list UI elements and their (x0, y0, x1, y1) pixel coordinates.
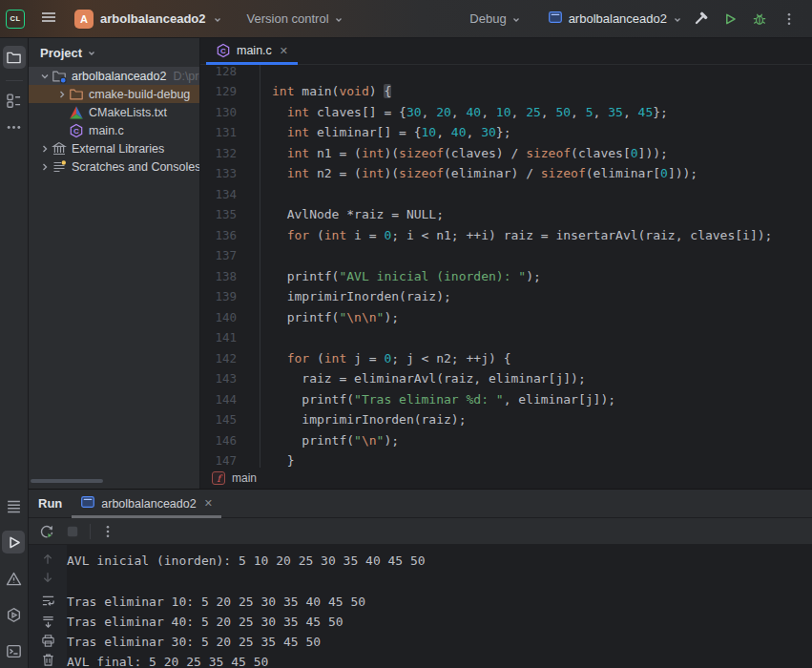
chevron-right-icon[interactable] (55, 89, 69, 100)
console-more-button[interactable] (99, 523, 116, 540)
line-number[interactable]: 143 (200, 368, 260, 389)
code-line-128[interactable]: 128 (200, 65, 812, 81)
code-line-138[interactable]: 138 printf("AVL inicial (inorden): "); (200, 266, 812, 287)
line-number[interactable]: 144 (200, 389, 260, 410)
debug-button[interactable] (748, 8, 771, 31)
tree-item-scratches-and-consoles[interactable]: Scratches and Consoles (29, 157, 199, 176)
code-line-132[interactable]: 132 int n1 = (int)(sizeof(claves) / size… (200, 143, 812, 164)
line-number[interactable]: 134 (200, 184, 260, 205)
code-text: int n1 = (int)(sizeof(claves) / sizeof(c… (260, 143, 668, 164)
run-toolwindow-button[interactable] (2, 531, 25, 553)
code-line-146[interactable]: 146 printf("\n"); (200, 430, 812, 451)
code-text: for (int i = 0; i < n1; ++i) raiz = inse… (260, 225, 772, 246)
stop-button[interactable] (64, 523, 81, 540)
code-line-134[interactable]: 134 (200, 184, 812, 205)
line-number[interactable]: 136 (200, 225, 260, 246)
soft-wrap-icon[interactable] (39, 593, 56, 609)
code-line-137[interactable]: 137 (200, 245, 812, 266)
horizontal-scrollbar[interactable] (31, 479, 103, 483)
line-number[interactable]: 140 (200, 307, 260, 328)
version-control-selector[interactable]: Version control (247, 11, 344, 26)
code-line-133[interactable]: 133 int n2 = (int)(sizeof(eliminar) / si… (200, 163, 812, 184)
tree-item-external-libraries[interactable]: External Libraries (29, 139, 199, 157)
code-line-131[interactable]: 131 int eliminar[] = {10, 40, 30}; (200, 122, 812, 143)
chevron-down-icon (213, 15, 222, 25)
line-number[interactable]: 142 (200, 348, 260, 369)
chevron-down-icon[interactable] (38, 71, 52, 82)
code-line-142[interactable]: 142 for (int j = 0; j < n2; ++j) { (200, 348, 812, 369)
line-number[interactable]: 147 (200, 450, 260, 468)
editor: C main.c ✕ 128129int main(void) {130 int… (200, 38, 812, 489)
code-line-139[interactable]: 139 imprimirInorden(raiz); (200, 286, 812, 307)
close-icon[interactable]: ✕ (204, 497, 213, 510)
tree-item-cmake-build-debug[interactable]: cmake-build-debug (29, 85, 199, 103)
structure-toolwindow-button[interactable] (3, 89, 26, 112)
code-line-145[interactable]: 145 imprimirInorden(raiz); (200, 409, 812, 430)
close-icon[interactable]: ✕ (280, 45, 288, 57)
project-name: arbolbalanceado2 (100, 11, 206, 26)
line-number[interactable]: 133 (200, 163, 260, 184)
code-line-141[interactable]: 141 (200, 327, 812, 348)
line-number[interactable]: 128 (200, 65, 260, 81)
code-line-140[interactable]: 140 printf("\n\n"); (200, 307, 812, 328)
build-type-selector[interactable]: Debug (469, 11, 520, 26)
tree-item-arbolbalanceado2[interactable]: arbolbalanceado2D:\proye (29, 67, 199, 85)
line-number[interactable]: 137 (200, 245, 260, 266)
lines-menu-icon[interactable] (2, 494, 25, 517)
console[interactable]: AVL inicial (inorden): 5 10 20 25 30 35 … (29, 545, 812, 668)
line-number[interactable]: 138 (200, 266, 260, 287)
cmake-icon (69, 105, 84, 120)
code-line-129[interactable]: 129int main(void) { (200, 81, 812, 102)
tree-item-cmakelists-txt[interactable]: CMakeLists.txt (29, 103, 199, 121)
line-number[interactable]: 139 (200, 286, 260, 307)
run-config-name: arbolbalanceado2 (569, 11, 667, 26)
line-number[interactable]: 130 (200, 102, 260, 123)
breadcrumb-function[interactable]: main (232, 471, 257, 485)
code-text: printf("AVL inicial (inorden): "); (260, 266, 541, 287)
run-tab-label: arbolbalanceado2 (101, 497, 196, 511)
code-text: for (int j = 0; j < n2; ++j) { (260, 348, 510, 369)
chevron-down-icon (511, 15, 521, 25)
rerun-button[interactable] (38, 523, 55, 540)
code-line-136[interactable]: 136 for (int i = 0; i < n1; ++i) raiz = … (200, 225, 812, 246)
more-toolwindows-button[interactable] (3, 115, 26, 138)
services-toolwindow-button[interactable] (2, 603, 25, 626)
printer-icon[interactable] (39, 633, 56, 649)
problems-toolwindow-button[interactable] (2, 567, 25, 590)
code-text (260, 65, 272, 81)
code-line-130[interactable]: 130 int claves[] = {30, 20, 40, 10, 25, … (200, 102, 812, 123)
run-tab[interactable]: arbolbalanceado2 ✕ (72, 490, 221, 518)
line-number[interactable]: 141 (200, 327, 260, 348)
code-area[interactable]: 128129int main(void) {130 int claves[] =… (200, 65, 812, 468)
trash-icon[interactable] (39, 652, 56, 668)
chevron-right-icon[interactable] (38, 143, 52, 155)
more-menu-button[interactable] (778, 8, 801, 31)
line-number[interactable]: 131 (200, 122, 260, 143)
line-number[interactable]: 135 (200, 204, 260, 225)
arrow-up-icon[interactable] (39, 551, 56, 567)
arrow-down-icon[interactable] (39, 569, 56, 585)
main-menu-button[interactable] (36, 7, 61, 31)
code-text (260, 245, 272, 266)
tree-item-main-c[interactable]: Cmain.c (29, 121, 199, 139)
line-number[interactable]: 146 (200, 430, 260, 451)
project-toolwindow-button[interactable] (3, 46, 26, 69)
chevron-right-icon[interactable] (38, 161, 52, 173)
editor-tab-main-c[interactable]: C main.c ✕ (206, 37, 298, 64)
toolbar-right: Debug arbolbalanceado2 (469, 8, 812, 31)
code-line-143[interactable]: 143 raiz = eliminarAvl(raiz, eliminar[j]… (200, 368, 812, 389)
line-number[interactable]: 145 (200, 409, 260, 430)
run-button[interactable] (718, 8, 741, 31)
scroll-end-icon[interactable] (39, 614, 56, 630)
code-line-144[interactable]: 144 printf("Tras eliminar %d: ", elimina… (200, 389, 812, 410)
run-config-selector[interactable]: arbolbalanceado2 (548, 10, 682, 29)
build-button[interactable] (689, 8, 712, 31)
code-line-147[interactable]: 147 } (200, 450, 812, 468)
line-number[interactable]: 129 (200, 81, 260, 102)
project-selector[interactable]: A arbolbalanceado2 (74, 10, 222, 29)
code-line-135[interactable]: 135 AvlNode *raiz = NULL; (200, 204, 812, 225)
project-panel-header[interactable]: Project (29, 38, 199, 67)
terminal-toolwindow-button[interactable] (2, 639, 25, 662)
line-number[interactable]: 132 (200, 143, 260, 164)
code-text: printf("\n"); (260, 430, 399, 451)
